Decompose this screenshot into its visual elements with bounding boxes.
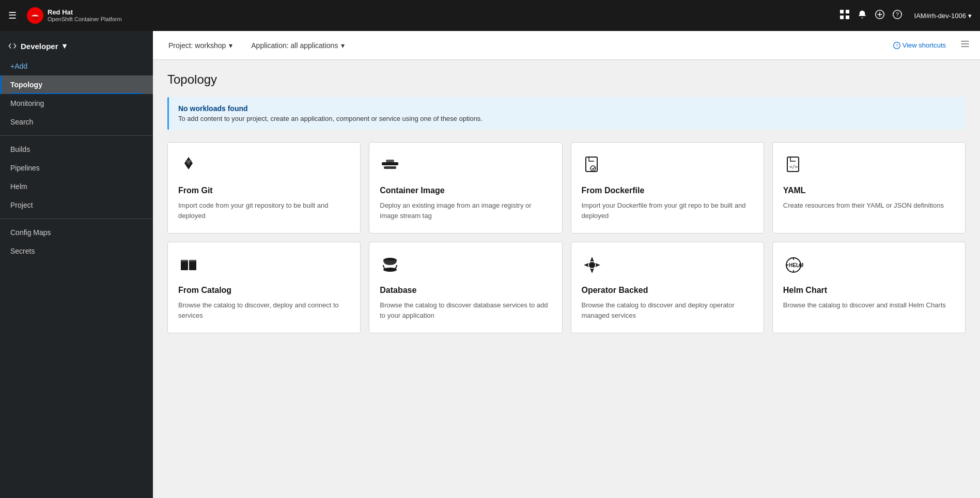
from-catalog-icon: [178, 255, 350, 277]
svg-text:?: ?: [896, 43, 898, 48]
card-yaml-title: YAML: [783, 186, 955, 195]
card-database-desc: Browse the catalog to discover database …: [380, 300, 551, 320]
helm-chart-icon: HELM: [783, 255, 955, 277]
sidebar-item-topology[interactable]: Topology: [0, 75, 153, 94]
svg-marker-30: [595, 263, 600, 267]
card-helm-chart[interactable]: HELM Helm Chart Browse the catalog to di…: [772, 242, 966, 333]
code-icon: [8, 42, 17, 50]
app-label: Application: all applications: [251, 41, 338, 50]
redhat-logo-icon: [27, 7, 43, 24]
svg-marker-27: [590, 257, 594, 262]
card-from-git[interactable]: From Git Import code from your git repos…: [167, 142, 361, 234]
card-database-title: Database: [380, 286, 551, 295]
card-container-image-title: Container Image: [380, 186, 551, 195]
svg-rect-23: [181, 260, 188, 261]
svg-rect-24: [189, 260, 196, 261]
sidebar-item-pipelines[interactable]: Pipelines: [0, 159, 153, 177]
database-icon: [380, 255, 551, 277]
view-shortcuts-label: View shortcuts: [903, 41, 946, 49]
card-container-image[interactable]: Container Image Deploy an existing image…: [369, 142, 562, 234]
project-selector[interactable]: Project: workshop ▾: [163, 38, 238, 53]
user-menu[interactable]: IAM#rh-dev-1006 ▾: [914, 12, 972, 20]
grid-icon[interactable]: [840, 10, 849, 22]
svg-rect-5: [846, 15, 849, 19]
svg-rect-13: [961, 46, 969, 48]
card-database[interactable]: Database Browse the catalog to discover …: [369, 242, 562, 333]
sidebar-add[interactable]: +Add: [0, 57, 153, 75]
cards-grid: From Git Import code from your git repos…: [167, 142, 966, 333]
sidebar: Developer ▾ +Add Topology Monitoring Sea…: [0, 31, 153, 498]
sidebar-item-builds[interactable]: Builds: [0, 140, 153, 159]
brand-name: Red Hat: [48, 8, 122, 17]
card-from-catalog-desc: Browse the catalog to discover, deploy a…: [178, 300, 350, 320]
svg-text:</>: </>: [789, 164, 798, 169]
card-helm-chart-desc: Browse the catalog to discover and insta…: [783, 300, 955, 310]
sidebar-item-project[interactable]: Project: [0, 196, 153, 214]
role-switcher[interactable]: Developer ▾: [0, 35, 153, 57]
card-operator-backed-title: Operator Backed: [582, 286, 753, 295]
hamburger-menu[interactable]: ☰: [8, 10, 17, 21]
svg-rect-14: [382, 162, 398, 165]
svg-rect-3: [846, 10, 849, 13]
notifications-icon[interactable]: [858, 10, 867, 22]
project-label: Project: workshop: [168, 41, 226, 50]
sidebar-item-helm[interactable]: Helm: [0, 177, 153, 196]
svg-rect-22: [189, 261, 196, 270]
main-content: Topology No workloads found To add conte…: [153, 60, 980, 346]
sidebar-divider-1: [0, 135, 153, 136]
operator-backed-icon: [582, 255, 753, 277]
svg-rect-15: [384, 166, 396, 169]
role-label: Developer: [21, 42, 58, 51]
container-image-icon: [380, 155, 551, 178]
card-from-dockerfile-desc: Import your Dockerfile from your git rep…: [582, 200, 753, 221]
help-icon[interactable]: ?: [893, 10, 902, 22]
svg-point-26: [383, 268, 397, 272]
card-from-dockerfile-title: From Dockerfile: [582, 186, 753, 195]
toolbar: Project: workshop ▾ Application: all app…: [153, 31, 980, 60]
brand-text: Red Hat OpenShift Container Platform: [48, 8, 122, 23]
svg-marker-29: [584, 263, 589, 267]
page-title: Topology: [167, 72, 966, 87]
svg-rect-11: [961, 41, 969, 42]
svg-text:?: ?: [896, 11, 899, 17]
svg-marker-28: [590, 268, 594, 273]
alert-banner: No workloads found To add content to you…: [167, 97, 966, 130]
nav-icons: ? IAM#rh-dev-1006 ▾: [840, 10, 972, 22]
app-selector[interactable]: Application: all applications ▾: [246, 38, 350, 53]
sidebar-item-secrets[interactable]: Secrets: [0, 242, 153, 260]
yaml-icon: </>: [783, 155, 955, 178]
app-chevron: ▾: [341, 41, 345, 50]
project-chevron: ▾: [229, 41, 232, 50]
sidebar-item-search[interactable]: Search: [0, 113, 153, 131]
card-from-dockerfile[interactable]: From Dockerfile Import your Dockerfile f…: [571, 142, 764, 234]
add-icon[interactable]: [875, 10, 884, 22]
sidebar-divider-2: [0, 219, 153, 219]
card-from-catalog[interactable]: From Catalog Browse the catalog to disco…: [167, 242, 361, 333]
card-operator-backed-desc: Browse the catalog to discover and deplo…: [582, 300, 753, 320]
svg-rect-21: [181, 261, 188, 270]
product-name: OpenShift Container Platform: [48, 16, 122, 23]
card-yaml-desc: Create resources from their YAML or JSON…: [783, 200, 955, 211]
list-view-icon[interactable]: [960, 39, 970, 51]
logo: Red Hat OpenShift Container Platform: [27, 7, 122, 24]
svg-point-31: [589, 262, 595, 268]
card-container-image-desc: Deploy an existing image from an image r…: [380, 200, 551, 221]
user-chevron: ▾: [968, 12, 972, 20]
card-helm-chart-title: Helm Chart: [783, 286, 955, 295]
card-from-catalog-title: From Catalog: [178, 286, 350, 295]
sidebar-item-monitoring[interactable]: Monitoring: [0, 94, 153, 113]
svg-rect-12: [961, 43, 969, 44]
question-circle-icon: ?: [893, 42, 900, 49]
card-yaml[interactable]: </> YAML Create resources from their YAM…: [772, 142, 966, 234]
card-from-git-title: From Git: [178, 186, 350, 195]
content-area: Project: workshop ▾ Application: all app…: [153, 31, 980, 498]
svg-rect-2: [840, 10, 844, 13]
card-operator-backed[interactable]: Operator Backed Browse the catalog to di…: [571, 242, 764, 333]
svg-rect-4: [840, 15, 844, 19]
role-chevron: ▾: [63, 41, 67, 51]
svg-point-18: [590, 166, 596, 171]
from-git-icon: [178, 155, 350, 178]
sidebar-item-config-maps[interactable]: Config Maps: [0, 223, 153, 242]
view-shortcuts-button[interactable]: ? View shortcuts: [893, 41, 946, 49]
svg-text:HELM: HELM: [789, 262, 803, 268]
